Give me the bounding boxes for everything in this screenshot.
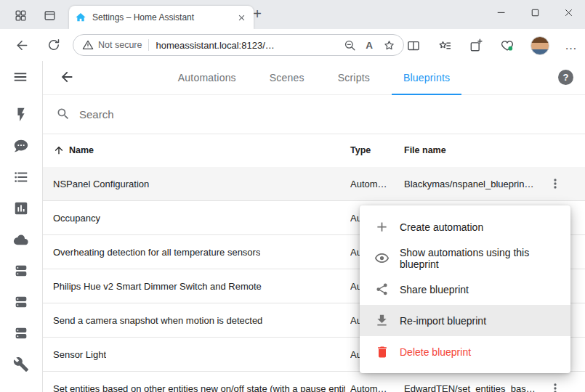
not-secure-warning-icon [82,39,94,51]
tab-actions-icon[interactable] [12,7,29,24]
vertical-tabs-icon[interactable] [41,7,58,24]
ha-tab-bar: Automations Scenes Scripts Blueprints [43,61,585,94]
server-icon-3[interactable] [12,324,30,342]
column-type-label: Type [350,145,371,155]
favorites-icon[interactable] [437,38,453,54]
column-header-name[interactable]: Name [53,134,94,167]
sort-ascending-icon [53,144,65,156]
browser-tab[interactable]: Settings – Home Assistant [69,6,254,29]
menu-item-label: Delete blueprint [400,346,471,358]
window-controls [485,0,585,25]
new-tab-button[interactable]: + [249,6,266,23]
address-bar[interactable]: Not secure homeassistant.local:8123/… A [73,34,404,56]
download-icon [374,313,390,328]
tab-blueprints[interactable]: Blueprints [392,61,461,94]
sidebar-menu-button[interactable] [12,69,30,86]
tab-title: Settings – Home Assistant [92,12,235,23]
list-icon[interactable] [12,168,30,186]
browser-essentials-icon[interactable] [499,38,515,54]
row-file: EdwardTEN/set_entities_bas… [404,372,536,392]
minimize-button[interactable] [485,0,518,25]
row-type: Autom… [350,372,387,392]
row-name: Philips Hue v2 Smart Dimmer Switch and R… [53,269,262,303]
row-name: Set entities based on other entities new… [53,372,345,392]
row-menu-button[interactable] [542,171,568,197]
menu-item-create-automation[interactable]: Create automation [360,211,570,242]
table-header: Name Type File name [43,134,585,168]
search-icon [56,107,70,121]
profile-avatar[interactable] [530,36,549,55]
trash-icon [374,344,390,359]
zoom-out-icon[interactable] [342,38,357,52]
refresh-button[interactable] [45,36,62,54]
help-icon[interactable]: ? [558,70,573,85]
plus-icon [374,219,390,234]
collections-add-icon[interactable] [468,38,484,54]
blueprint-context-menu: Create automation Show automations using… [360,205,570,373]
share-icon [374,282,390,297]
chart-icon[interactable] [12,200,30,217]
column-header-file[interactable]: File name [404,134,446,167]
settings-more-icon[interactable]: … [565,42,578,49]
address-divider [148,39,149,51]
row-file: Blackymas/nspanel_blueprin… [404,167,533,200]
table-row[interactable]: Set entities based on other entities new… [43,372,585,392]
cloud-icon[interactable] [12,231,30,248]
row-name: Send a camera snapshot when motion is de… [53,303,262,337]
chat-icon[interactable] [12,137,30,155]
browser-toolbar: Not secure homeassistant.local:8123/… A [0,29,585,62]
ha-sidebar [0,61,43,392]
toolbar-right-icons: … [406,36,578,55]
ha-header: Automations Scenes Scripts Blueprints ? [43,61,585,95]
split-screen-icon[interactable] [406,38,421,54]
menu-item-label: Re-import blueprint [400,315,486,327]
eye-icon [374,250,390,266]
edge-browser-window: Settings – Home Assistant + Not secure h… [0,0,585,392]
search-input[interactable] [78,107,585,121]
menu-item-label: Share blueprint [400,284,469,295]
tab-automations[interactable]: Automations [166,61,248,94]
wrench-icon[interactable] [12,356,30,373]
back-button[interactable] [13,36,31,54]
table-row[interactable]: NSPanel Configuration Autom… Blackymas/n… [43,167,585,201]
tab-scripts[interactable]: Scripts [326,61,382,94]
read-aloud-icon[interactable]: A [366,40,373,51]
row-menu-button[interactable] [542,375,568,392]
tab-scenes[interactable]: Scenes [258,61,316,94]
row-name: Sensor Light [53,338,106,371]
menu-item-delete-blueprint[interactable]: Delete blueprint [360,336,570,367]
search-bar [43,94,585,134]
browser-titlebar: Settings – Home Assistant + [0,0,585,29]
menu-item-reimport-blueprint[interactable]: Re-import blueprint [360,305,570,336]
row-name: Overheating detection for all temperatur… [53,235,260,269]
url-text: homeassistant.local:8123/… [156,40,334,51]
column-file-label: File name [404,145,446,155]
column-header-type[interactable]: Type [350,134,371,167]
security-label: Not secure [98,40,142,50]
row-type: Autom… [350,167,387,200]
row-name: NSPanel Configuration [53,167,149,200]
tab-close-icon[interactable] [235,11,248,24]
maximize-button[interactable] [518,0,552,25]
favorite-star-icon[interactable] [382,38,396,52]
menu-item-label: Create automation [400,221,483,233]
server-icon-2[interactable] [12,293,30,311]
column-name-label: Name [69,145,94,155]
row-name: Occupancy [53,201,100,234]
menu-item-show-automations[interactable]: Show automations using this blueprint [360,242,570,274]
flash-icon[interactable] [12,106,30,123]
close-window-button[interactable] [552,0,585,25]
home-assistant-favicon [75,12,86,23]
menu-item-label: Show automations using this blueprint [400,247,570,270]
menu-item-share-blueprint[interactable]: Share blueprint [360,274,570,305]
server-icon-1[interactable] [12,262,30,279]
